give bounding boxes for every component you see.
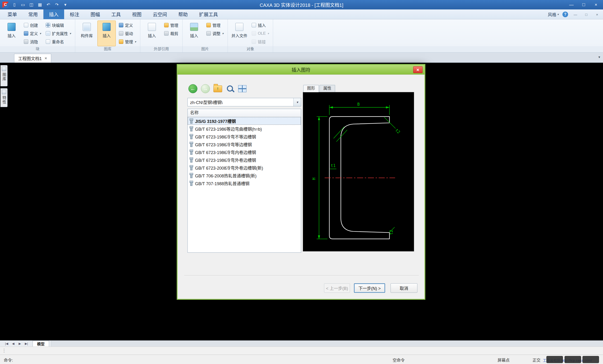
ribbon: 插入 创建 定义 ▾ 消隐 块	[0, 19, 603, 53]
ortho-toggle[interactable]: 正交	[533, 357, 541, 363]
list-item[interactable]: GB/T 6723-1986冷弯等边槽钢	[188, 140, 301, 148]
tab-graphic[interactable]: 图形	[303, 85, 319, 92]
library-manage-button[interactable]: 管理 ▾	[117, 37, 138, 46]
list-item[interactable]: GB/T 6723-1986冷弯内卷边槽钢	[188, 148, 301, 156]
clip-icon	[164, 31, 169, 36]
search-button[interactable]	[226, 84, 235, 93]
prev-step-button[interactable]: < 上一步(B)	[324, 283, 350, 293]
list-item[interactable]: GB/T 707-1988热轧普通槽钢	[188, 179, 301, 187]
panel-handle-icon[interactable]: ⋮	[2, 348, 6, 353]
list-header-name[interactable]: 名称	[188, 109, 301, 117]
customize-icon[interactable]: ▾	[63, 2, 68, 7]
overlay-button[interactable]	[565, 356, 581, 363]
save-icon[interactable]: ◫	[29, 2, 34, 7]
sidebar-tab-properties[interactable]: 特性	[0, 88, 8, 107]
list-item[interactable]: GB/T 6723-2008冷弯外卷边槽钢(新)	[188, 164, 301, 172]
close-button[interactable]: ×	[590, 1, 602, 9]
document-tab[interactable]: 工程图文档1 ×	[14, 54, 51, 62]
tab-help[interactable]: 帮助	[173, 10, 193, 19]
sheet-tab-model[interactable]: 模型	[33, 341, 49, 347]
tab-properties[interactable]: 属性	[320, 85, 335, 92]
merge-file-button[interactable]: 并入文件	[230, 21, 249, 46]
next-sheet-button[interactable]: ▶	[16, 342, 23, 345]
new-file-icon[interactable]: ▯	[12, 2, 17, 7]
print-icon[interactable]: ▦	[37, 2, 42, 7]
image-insert-button[interactable]: 插入	[185, 21, 203, 46]
screen-point-label[interactable]: 屏幕点	[498, 357, 510, 363]
sheet-tabbar: |◀ ◀ ▶ ▶| 模型	[0, 341, 603, 347]
ole-button[interactable]: OLE ▾	[250, 29, 270, 37]
redo-icon[interactable]: ↷	[54, 2, 59, 7]
library-define-button[interactable]: 定义	[117, 21, 138, 29]
adjust-label: 调整	[212, 30, 220, 36]
up-folder-button[interactable]: ↑	[213, 85, 222, 92]
cancel-button[interactable]: 取消	[391, 283, 417, 293]
minimize-button[interactable]: —	[566, 1, 577, 9]
xref-manage-button[interactable]: 管理	[162, 21, 180, 29]
block-edit-button[interactable]: 块编辑	[44, 21, 73, 29]
group-label-library: 图库	[75, 46, 140, 52]
link-button[interactable]: 链接	[250, 37, 270, 46]
image-manage-button[interactable]: 管理	[205, 21, 225, 29]
block-create-button[interactable]: 创建	[22, 21, 43, 29]
rename-button[interactable]: 重命名	[44, 37, 73, 46]
tab-extensions[interactable]: 扩展工具	[193, 10, 224, 19]
doc-restore-button[interactable]: □	[583, 12, 590, 17]
doc-close-button[interactable]: ×	[593, 12, 601, 17]
tabbar-chevron-icon[interactable]: ▾	[598, 55, 600, 59]
tab-common[interactable]: 常用	[23, 10, 43, 19]
xref-clip-button[interactable]: 裁剪	[162, 29, 180, 37]
help-icon[interactable]: ?	[562, 12, 568, 17]
list-item-label: GB/T 707-1988热轧普通槽钢	[195, 180, 250, 186]
undo-icon[interactable]: ↶	[46, 2, 51, 7]
ribbon-minimize-button[interactable]: —	[572, 12, 579, 17]
tab-insert[interactable]: 插入	[43, 10, 64, 19]
object-insert-button[interactable]: 插入	[250, 21, 270, 29]
forward-button[interactable]: →	[201, 84, 210, 93]
tab-view[interactable]: 视图	[127, 10, 147, 19]
extend-attr-button[interactable]: 扩充属性 ▾	[44, 29, 73, 37]
ribbon-group-block: 插入 创建 定义 ▾ 消隐 块	[0, 19, 75, 52]
list-item[interactable]: GB/T 706-2008热轧普通槽钢(新)	[188, 172, 301, 179]
library-define-icon	[119, 23, 123, 27]
prev-sheet-button[interactable]: ◀	[10, 342, 16, 345]
horizontal-scrollbar[interactable]	[51, 341, 603, 347]
back-button[interactable]: ←	[188, 84, 197, 93]
tab-cloud[interactable]: 云空间	[147, 10, 173, 19]
image-adjust-button[interactable]: 调整 ▾	[205, 29, 225, 37]
tab-annotate[interactable]: 标注	[64, 10, 85, 19]
list-item[interactable]: GB/T 6723-1986冷弯外卷边槽钢	[188, 156, 301, 164]
list-item[interactable]: GB/T 6723-1986冷弯不等边槽钢	[188, 133, 301, 140]
document-tab-close-icon[interactable]: ×	[45, 56, 47, 61]
block-define-button[interactable]: 定义 ▾	[22, 29, 43, 37]
overlay-button[interactable]	[582, 356, 599, 363]
dialog-titlebar[interactable]: 插入图符 ×	[178, 65, 425, 75]
tab-menu[interactable]: 菜单	[2, 10, 23, 19]
library-insert-button[interactable]: 插入	[97, 21, 116, 46]
library-drive-label: 驱动	[125, 30, 133, 36]
xref-insert-button[interactable]: 插入	[143, 21, 161, 46]
component-library-label: 构件库	[81, 33, 93, 38]
tab-tools[interactable]: 工具	[106, 10, 127, 19]
block-insert-button[interactable]: 插入	[2, 21, 21, 46]
tab-sheet[interactable]: 图幅	[85, 10, 106, 19]
path-dropdown-button[interactable]: ▾	[293, 98, 301, 106]
next-step-button[interactable]: 下一步(N) >	[354, 283, 385, 293]
first-sheet-button[interactable]: |◀	[3, 342, 10, 345]
dialog-close-button[interactable]: ×	[413, 66, 423, 73]
list-item[interactable]: GB/T 6723-1986等边弯曲槽钢(h=b)	[188, 125, 301, 133]
list-item[interactable]: JIS/G 3192-1977槽钢	[188, 117, 301, 125]
component-library-button[interactable]: 构件库	[78, 21, 96, 46]
style-button[interactable]: 风格 ▾	[548, 11, 559, 17]
ribbon-group-xref: 插入 管理 裁剪 外部引用	[140, 19, 183, 52]
library-drive-button[interactable]: 驱动	[117, 29, 138, 37]
maximize-button[interactable]: □	[578, 1, 589, 9]
path-input[interactable]	[188, 98, 293, 106]
last-sheet-button[interactable]: ▶|	[23, 342, 30, 345]
forward-arrow-icon: →	[203, 86, 208, 92]
block-hide-button[interactable]: 消隐	[22, 37, 43, 46]
overlay-button[interactable]	[546, 356, 563, 363]
open-file-icon[interactable]: ▭	[20, 2, 25, 7]
view-grid-button[interactable]	[238, 85, 246, 92]
sidebar-tab-library[interactable]: 图库	[0, 65, 8, 86]
